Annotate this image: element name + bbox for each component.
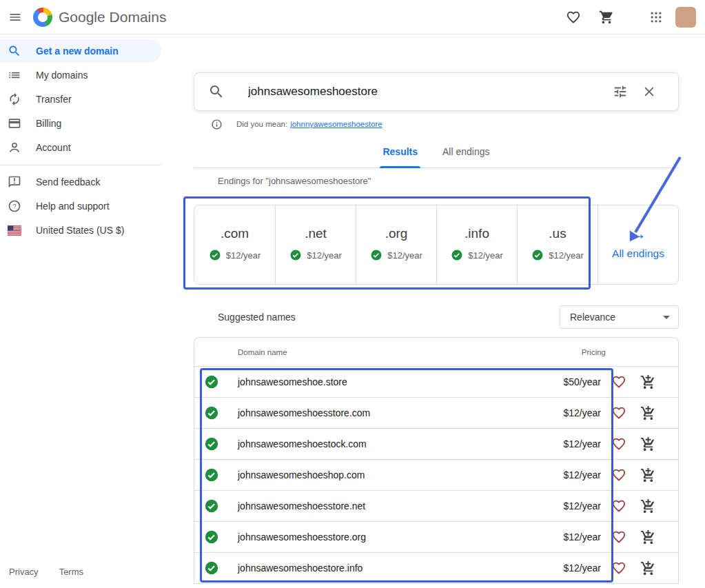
brand-name: Google Domains [59, 9, 166, 26]
favorite-heart-icon[interactable] [611, 405, 627, 421]
domain-base: johnsawesomeshoestore [238, 562, 345, 574]
cart-icon[interactable] [593, 3, 620, 31]
domain-base: johnsawesomeshoeshop [238, 469, 344, 480]
sort-dropdown[interactable]: Relevance [560, 305, 679, 329]
feedback-icon [8, 175, 21, 189]
sidebar-item-label: Billing [36, 118, 61, 129]
sidebar-item-billing[interactable]: Billing [0, 112, 161, 135]
domain-base: johnsawesomeshoesstore [238, 500, 349, 511]
table-row[interactable]: johnsawesomeshoestore.info $12/year [194, 553, 678, 584]
suggested-header: Suggested names Relevance [194, 305, 679, 329]
available-check-icon [204, 405, 219, 420]
available-check-icon [370, 249, 382, 261]
available-check-icon [531, 249, 544, 261]
tld-label: .net [305, 226, 327, 241]
brand[interactable]: Google Domains [33, 8, 166, 27]
table-row[interactable]: johnsawesomeshoeshop.com $12/year [194, 460, 678, 491]
domain-price: $12/year [564, 531, 601, 543]
favorite-heart-icon[interactable] [611, 529, 627, 545]
domain-price: $12/year [564, 562, 601, 574]
domain-base: johnsawesomeshoe [238, 376, 323, 387]
tab-all-endings[interactable]: All endings [440, 139, 493, 168]
add-to-cart-icon[interactable] [640, 498, 656, 514]
domain-base: johnsawesomeshoesstore [238, 407, 349, 418]
table-header: Domain name Pricing [194, 338, 678, 367]
tld-label: .com [221, 226, 249, 241]
account-avatar[interactable] [675, 7, 696, 28]
domain-tld: .store [323, 376, 347, 387]
sidebar-item-label: Account [36, 142, 71, 153]
available-check-icon [204, 467, 219, 483]
sidebar-item-label: Help and support [36, 201, 110, 212]
domain-base: johnsawesomeshoesstore [238, 531, 349, 543]
sidebar-item-help-support[interactable]: ? Help and support [0, 194, 161, 218]
sidebar-item-locale[interactable]: United States (US $) [0, 219, 161, 242]
ending-card-org[interactable]: .org $12/year [356, 205, 436, 284]
domain-tld: .net [349, 500, 365, 511]
endings-strip: .com $12/year .net $12/year .org $12/yea… [194, 205, 679, 285]
table-row[interactable]: johnsawesomeshoe.store $50/year [194, 367, 678, 398]
ending-card-us[interactable]: .us $12/year [517, 205, 597, 284]
favorite-heart-icon[interactable] [611, 467, 627, 483]
sidebar-item-account[interactable]: Account [0, 136, 161, 159]
ending-card-com[interactable]: .com $12/year [194, 205, 275, 284]
transfer-arrows-icon [8, 92, 21, 106]
column-domain-name: Domain name [194, 348, 582, 356]
ending-card-net[interactable]: .net $12/year [275, 205, 356, 284]
sidebar-item-my-domains[interactable]: My domains [0, 63, 161, 87]
ending-price: $12/year [226, 250, 261, 261]
sidebar-item-transfer[interactable]: Transfer [0, 88, 161, 111]
results-tabs: Results All endings [194, 139, 679, 168]
hamburger-menu-icon[interactable] [1, 3, 29, 31]
add-to-cart-icon[interactable] [640, 405, 656, 421]
search-filters-icon[interactable] [612, 83, 629, 100]
ending-card-info[interactable]: .info $12/year [436, 205, 517, 284]
add-to-cart-icon[interactable] [640, 436, 656, 452]
favorite-heart-icon[interactable] [611, 498, 627, 514]
add-to-cart-icon[interactable] [640, 374, 656, 390]
domain-tld: .org [349, 531, 366, 543]
apps-grid-icon[interactable] [642, 3, 670, 31]
available-check-icon [204, 498, 219, 514]
privacy-link[interactable]: Privacy [9, 567, 39, 577]
domain-price: $12/year [564, 407, 601, 418]
ending-price: $12/year [387, 250, 422, 261]
table-row[interactable]: johnsawesomeshoestock.com $12/year [194, 429, 678, 460]
main-content: Did you mean: johnnyawesomeshoestore Res… [194, 34, 679, 584]
available-check-icon [204, 529, 219, 545]
favorite-heart-icon[interactable] [611, 560, 627, 576]
info-icon [211, 119, 223, 130]
table-row[interactable]: johnsawesomeshoesstore.net $12/year [194, 491, 678, 522]
domain-search-input[interactable] [248, 85, 612, 99]
tab-results[interactable]: Results [380, 139, 420, 168]
clear-search-icon[interactable] [641, 83, 657, 100]
terms-link[interactable]: Terms [59, 567, 83, 577]
favorites-heart-icon[interactable] [560, 3, 587, 31]
person-icon [8, 141, 21, 154]
sidebar-divider [0, 165, 161, 165]
sidebar-item-label: My domains [36, 70, 88, 81]
endings-heading: Endings for "johnsawesomeshoestore" [194, 176, 679, 187]
topbar: Google Domains [0, 0, 705, 34]
tld-label: .org [385, 226, 408, 241]
domain-price: $12/year [564, 500, 601, 511]
search-icon [208, 83, 225, 100]
table-row[interactable]: johnsawesomeshoesstore.org $12/year [194, 522, 678, 553]
favorite-heart-icon[interactable] [611, 436, 627, 452]
all-endings-card[interactable]: → All endings [597, 205, 678, 284]
sidebar-item-send-feedback[interactable]: Send feedback [0, 170, 161, 194]
sidebar-item-label: Transfer [36, 94, 72, 105]
available-check-icon [204, 560, 219, 576]
favorite-heart-icon[interactable] [611, 374, 627, 390]
add-to-cart-icon[interactable] [640, 560, 656, 576]
sidebar-item-get-new-domain[interactable]: Get a new domain [0, 39, 161, 63]
domain-tld: .com [349, 407, 370, 418]
svg-text:?: ? [12, 203, 16, 210]
table-row[interactable]: johnsawesomeshoesstore.com $12/year [194, 398, 678, 429]
add-to-cart-icon[interactable] [640, 467, 656, 483]
add-to-cart-icon[interactable] [640, 529, 656, 545]
available-check-icon [451, 249, 463, 261]
did-you-mean-link[interactable]: johnnyawesomeshoestore [290, 120, 382, 128]
domain-price: $12/year [564, 469, 601, 480]
domain-tld: .com [344, 469, 365, 480]
